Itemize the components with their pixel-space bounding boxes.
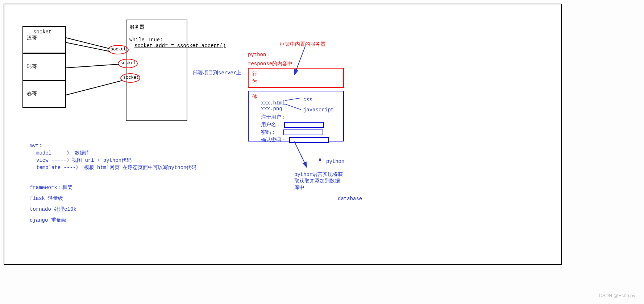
svg-line-1 <box>66 42 110 52</box>
svg-line-3 <box>66 81 122 95</box>
response-body-label: 体 <box>252 94 340 100</box>
svg-rect-8 <box>319 159 321 161</box>
server-code-line-2: socket,addr = ssocket.accept() <box>134 43 184 49</box>
response-body-box: 体 xxx.html xxx.png 注册用户： 用户名： 密码： 确认密码： <box>248 91 344 141</box>
client-2-name: 玮哥 <box>27 63 62 70</box>
frameworks-block: framework：框架 flask 轻量级 tornado 处理c10k dj… <box>30 182 76 226</box>
response-head: 头 <box>252 77 340 84</box>
form-register-label: 注册用户： <box>261 114 340 120</box>
js-label: javascript <box>303 107 334 113</box>
response-label: response的内容中： <box>248 61 298 67</box>
form-password-input[interactable] <box>283 130 323 135</box>
python-impl-l2: 取获取并添加到数据 <box>294 178 345 184</box>
framework-tornado: tornado 处理c10k <box>30 204 76 215</box>
mvt-block: mvt: model ----》 数据库 view -----》视图 url +… <box>30 142 196 171</box>
client-3-name: 春哥 <box>27 91 62 97</box>
svg-line-2 <box>66 64 119 68</box>
socket-label-1: socket. <box>111 47 129 52</box>
form-username-input[interactable] <box>284 122 324 128</box>
client-socket-label: socket <box>33 29 62 35</box>
client-1-name: 汉哥 <box>27 35 62 41</box>
frameworks-header: framework：框架 <box>30 182 76 193</box>
python-label: python： <box>248 52 271 58</box>
mvt-model: model ----》 数据库 <box>36 149 196 157</box>
form-confirm-input[interactable] <box>289 137 329 143</box>
client-box-1: socket 汉哥 <box>22 26 66 53</box>
framework-django: django 重量级 <box>30 215 76 226</box>
socket-label-3: socket <box>123 75 139 80</box>
deploy-label: 部署项目到server上 <box>193 70 241 76</box>
server-box: 服务器 while True: socket,addr = ssocket.ac… <box>126 20 187 121</box>
form-password-label: 密码： <box>261 130 276 135</box>
server-code-line-1: while True: <box>129 37 184 43</box>
server-title: 服务器 <box>129 24 184 30</box>
svg-line-0 <box>66 38 109 49</box>
python-impl-note: python语言实现将获 取获取并添加到数据 库中 <box>294 171 345 191</box>
framework-flask: flask 轻量级 <box>30 193 76 204</box>
watermark: CSDN @Echo.py <box>599 293 635 298</box>
svg-line-7 <box>294 141 307 168</box>
socket-label-2: socket <box>120 61 136 66</box>
response-header-box: 行 头 <box>248 68 344 88</box>
client-box-3: 春哥 <box>22 81 66 108</box>
form-confirm-label: 确认密码： <box>261 137 286 143</box>
framework-server-label: 框架中内置的服务器 <box>280 41 325 48</box>
mvt-header: mvt: <box>30 142 196 149</box>
response-line: 行 <box>252 71 340 77</box>
database-label: database <box>338 196 362 202</box>
mvt-template: template ----》 模板 html网页 在静态页面中可以写python… <box>36 164 196 171</box>
diagram-canvas: socket 汉哥 玮哥 春哥 服务器 while True: socket,a… <box>4 4 562 265</box>
python-note-right: python <box>326 159 344 164</box>
python-impl-l1: python语言实现将获 <box>294 171 345 178</box>
python-impl-l3: 库中 <box>294 184 345 191</box>
body-html: xxx.html <box>261 100 340 106</box>
form-username-label: 用户名： <box>261 122 281 128</box>
mvt-view: view -----》视图 url + python代码 <box>36 157 196 164</box>
css-label: css <box>303 97 312 103</box>
client-box-2: 玮哥 <box>22 53 66 81</box>
